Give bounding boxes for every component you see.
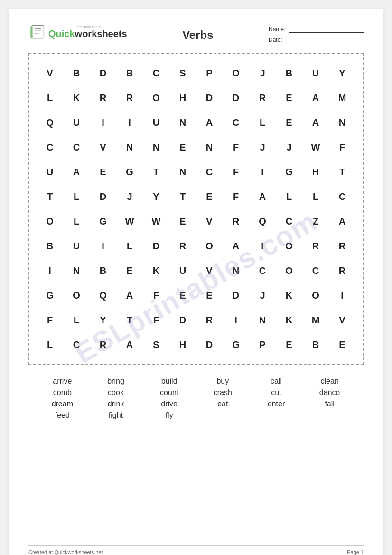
grid-cell: R [329, 234, 355, 258]
grid-cell: T [143, 160, 169, 184]
grid-cell: N [143, 135, 169, 160]
grid-cell: D [196, 332, 223, 357]
word-item: count [145, 388, 194, 397]
grid-cell: L [63, 308, 90, 332]
grid-cell: E [169, 209, 196, 234]
logo-icon [28, 24, 46, 41]
grid-cell: V [196, 258, 223, 283]
grid-cell: K [143, 258, 169, 283]
grid-cell: K [63, 85, 90, 110]
grid-cell: G [37, 283, 63, 308]
grid-cell: N [169, 110, 196, 135]
grid-cell: D [90, 61, 116, 85]
logo-rest: worksheets [75, 28, 127, 39]
grid-cell: J [249, 135, 276, 160]
grid-cell: E [116, 258, 143, 283]
grid-cell: C [302, 258, 329, 283]
grid-cell: L [302, 184, 329, 209]
grid-cell: D [169, 308, 196, 332]
grid-cell: C [223, 110, 249, 135]
word-item: crash [198, 388, 247, 397]
grid-cell: N [329, 110, 355, 135]
grid-cell: O [37, 209, 63, 234]
grid-cell: C [63, 135, 90, 160]
footer-left: Created at Quickworksheets.net [28, 549, 103, 555]
word-item: drink [92, 400, 140, 408]
grid-cell: E [276, 110, 302, 135]
date-label: Date: [269, 37, 282, 43]
grid-cell: J [116, 184, 143, 209]
grid-cell: A [116, 332, 143, 357]
grid-cell: I [329, 283, 355, 308]
grid-cell: R [329, 258, 355, 283]
grid-cell: N [249, 308, 276, 332]
word-item: fly [145, 411, 194, 420]
logo-text: Created for free at Quickworksheets [48, 25, 127, 39]
grid-cell: F [37, 308, 63, 332]
grid-cell: N [169, 160, 196, 184]
word-item [198, 411, 247, 420]
grid-cell: U [63, 234, 90, 258]
grid-cell: B [90, 258, 116, 283]
grid-cell: O [276, 258, 302, 283]
logo-area: Created for free at Quickworksheets [28, 24, 127, 41]
wordsearch-container: VBDBCSPOJBUYLKRROHDDREAMQUIIUNACLEANCCVN… [28, 53, 364, 365]
grid-cell: Q [37, 110, 63, 135]
grid-cell: O [196, 234, 223, 258]
grid-cell: V [90, 135, 116, 160]
word-item: arrive [38, 377, 87, 386]
grid-cell: E [329, 332, 355, 357]
grid-cell: I [90, 110, 116, 135]
word-item: cook [92, 388, 140, 397]
grid-cell: F [143, 308, 169, 332]
grid-cell: P [196, 61, 223, 85]
grid-cell: I [90, 234, 116, 258]
grid-cell: L [116, 234, 143, 258]
footer: Created at Quickworksheets.net Page 1 [28, 545, 364, 555]
grid-cell: R [90, 332, 116, 357]
footer-right: Page 1 [347, 549, 364, 555]
grid-cell: F [223, 160, 249, 184]
grid-cell: C [196, 160, 223, 184]
date-line [286, 37, 364, 43]
word-item: fall [305, 400, 354, 408]
word-item: clean [305, 377, 354, 386]
grid-cell: R [249, 85, 276, 110]
grid-cell: J [249, 283, 276, 308]
grid-cell: W [302, 135, 329, 160]
grid-cell: O [223, 61, 249, 85]
grid-cell: C [276, 209, 302, 234]
grid-cell: D [223, 85, 249, 110]
grid-cell: K [276, 308, 302, 332]
name-date-area: Name: Date: [269, 24, 364, 43]
word-item: eat [198, 400, 247, 408]
grid-cell: G [116, 160, 143, 184]
grid-cell: D [143, 234, 169, 258]
grid-cell: S [169, 61, 196, 85]
grid-cell: C [37, 135, 63, 160]
grid-cell: A [116, 283, 143, 308]
grid-cell: J [249, 61, 276, 85]
word-item: fight [92, 411, 140, 420]
grid-cell: A [196, 110, 223, 135]
word-item: dream [38, 400, 87, 408]
grid-cell: Q [90, 283, 116, 308]
word-item: drive [145, 400, 194, 408]
grid-cell: Y [329, 61, 355, 85]
word-item: cut [252, 388, 301, 397]
grid-cell: E [276, 332, 302, 357]
grid-cell: N [116, 135, 143, 160]
grid-cell: B [276, 61, 302, 85]
grid-cell: I [249, 234, 276, 258]
word-item: buy [198, 377, 247, 386]
word-item [305, 411, 354, 420]
grid-cell: Z [302, 209, 329, 234]
grid-cell: W [143, 209, 169, 234]
grid-cell: N [63, 258, 90, 283]
word-item: dance [305, 388, 354, 397]
grid-cell: H [169, 85, 196, 110]
grid-cell: A [329, 209, 355, 234]
grid-table: VBDBCSPOJBUYLKRROHDDREAMQUIIUNACLEANCCVN… [37, 61, 355, 357]
name-line [289, 26, 364, 33]
grid-cell: J [276, 135, 302, 160]
